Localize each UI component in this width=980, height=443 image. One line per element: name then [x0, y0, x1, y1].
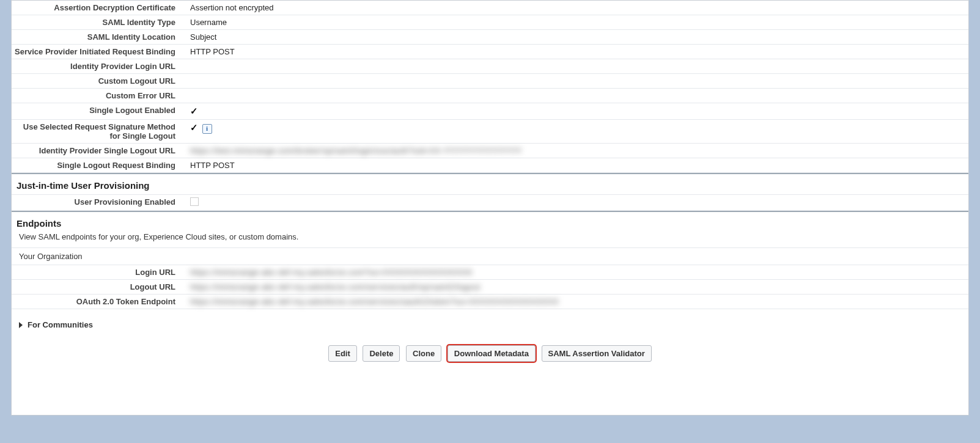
label-custom-logout-url: Custom Logout URL: [12, 74, 183, 88]
value-custom-error-url: [183, 89, 968, 103]
field-row-login-url: Login URL https://miniorange-abc-def-my.…: [12, 265, 968, 280]
label-saml-identity-type: SAML Identity Type: [12, 15, 183, 29]
edit-button[interactable]: Edit: [328, 345, 357, 362]
label-oauth-token-endpoint: OAuth 2.0 Token Endpoint: [12, 295, 183, 309]
button-bar: Edit Delete Clone Download Metadata SAML…: [12, 338, 968, 379]
label-sp-init-req-binding: Service Provider Initiated Request Bindi…: [12, 45, 183, 59]
label-logout-url: Logout URL: [12, 280, 183, 294]
field-row-oauth-token-endpoint: OAuth 2.0 Token Endpoint https://miniora…: [12, 295, 968, 309]
redacted-url: https://miniorange-abc-def-my.salesforce…: [190, 282, 481, 291]
section-title-endpoints: Endpoints: [12, 212, 968, 232]
value-saml-identity-location: Subject: [183, 30, 968, 44]
redacted-url: https://test.miniorange.com/broker/sp/sa…: [190, 146, 522, 155]
clone-button[interactable]: Clone: [406, 345, 441, 362]
label-single-logout-enabled: Single Logout Enabled: [12, 103, 183, 119]
field-row-saml-identity-type: SAML Identity Type Username: [12, 15, 968, 30]
value-oauth-token-endpoint: https://miniorange-abc-def-my.salesforce…: [183, 295, 968, 309]
value-user-provisioning-enabled: [183, 195, 968, 210]
field-row-sp-init-req-binding: Service Provider Initiated Request Bindi…: [12, 45, 968, 59]
field-row-custom-logout-url: Custom Logout URL: [12, 74, 968, 89]
field-row-user-provisioning-enabled: User Provisioning Enabled: [12, 194, 968, 211]
info-icon[interactable]: i: [202, 124, 212, 134]
download-metadata-button[interactable]: Download Metadata: [448, 345, 536, 362]
field-row-idp-slo-url: Identity Provider Single Logout URL http…: [12, 144, 968, 158]
field-row-saml-identity-location: SAML Identity Location Subject: [12, 30, 968, 45]
delete-button[interactable]: Delete: [363, 345, 400, 362]
field-row-single-logout-enabled: Single Logout Enabled ✓: [12, 103, 968, 120]
endpoints-org-header: Your Organization: [12, 247, 968, 265]
value-login-url: https://miniorange-abc-def-my.salesforce…: [183, 265, 968, 279]
redacted-url: https://miniorange-abc-def-my.salesforce…: [190, 297, 559, 306]
saml-assertion-validator-button[interactable]: SAML Assertion Validator: [542, 345, 652, 362]
label-custom-error-url: Custom Error URL: [12, 89, 183, 103]
value-sp-init-req-binding: HTTP POST: [183, 45, 968, 59]
field-row-use-sel-req-sig-method-slo: Use Selected Request Signature Method fo…: [12, 120, 968, 144]
label-login-url: Login URL: [12, 265, 183, 279]
value-saml-identity-type: Username: [183, 15, 968, 29]
redacted-url: https://miniorange-abc-def-my.salesforce…: [190, 268, 473, 277]
label-slo-request-binding: Single Logout Request Binding: [12, 158, 183, 172]
for-communities-label: For Communities: [28, 320, 93, 329]
field-row-assertion-decryption-cert: Assertion Decryption Certificate Asserti…: [12, 1, 968, 15]
label-user-provisioning-enabled: User Provisioning Enabled: [12, 195, 183, 210]
triangle-right-icon: [19, 322, 23, 328]
section-subtitle-endpoints: View SAML endpoints for your org, Experi…: [12, 232, 968, 247]
value-idp-slo-url: https://test.miniorange.com/broker/sp/sa…: [183, 144, 968, 158]
value-idp-login-url: [183, 59, 968, 73]
label-use-sel-req-sig-method-slo: Use Selected Request Signature Method fo…: [12, 120, 183, 143]
value-slo-request-binding: HTTP POST: [183, 158, 968, 172]
label-idp-slo-url: Identity Provider Single Logout URL: [12, 144, 183, 158]
field-row-idp-login-url: Identity Provider Login URL: [12, 59, 968, 74]
field-row-custom-error-url: Custom Error URL: [12, 89, 968, 103]
section-title-jit: Just-in-time User Provisioning: [12, 174, 968, 194]
check-icon: ✓: [190, 122, 198, 133]
for-communities-toggle[interactable]: For Communities: [12, 309, 968, 338]
field-row-logout-url: Logout URL https://miniorange-abc-def-my…: [12, 280, 968, 295]
value-assertion-decryption-cert: Assertion not encrypted: [183, 1, 968, 15]
unchecked-checkbox-icon: [190, 197, 199, 206]
field-row-slo-request-binding: Single Logout Request Binding HTTP POST: [12, 158, 968, 173]
label-assertion-decryption-cert: Assertion Decryption Certificate: [12, 1, 183, 15]
label-saml-identity-location: SAML Identity Location: [12, 30, 183, 44]
check-icon: ✓: [190, 106, 198, 116]
value-single-logout-enabled: ✓: [183, 103, 968, 119]
value-logout-url: https://miniorange-abc-def-my.salesforce…: [183, 280, 968, 294]
label-idp-login-url: Identity Provider Login URL: [12, 59, 183, 73]
value-use-sel-req-sig-method-slo: ✓ i: [183, 120, 968, 143]
settings-panel: Assertion Decryption Certificate Asserti…: [11, 0, 969, 416]
value-custom-logout-url: [183, 74, 968, 88]
